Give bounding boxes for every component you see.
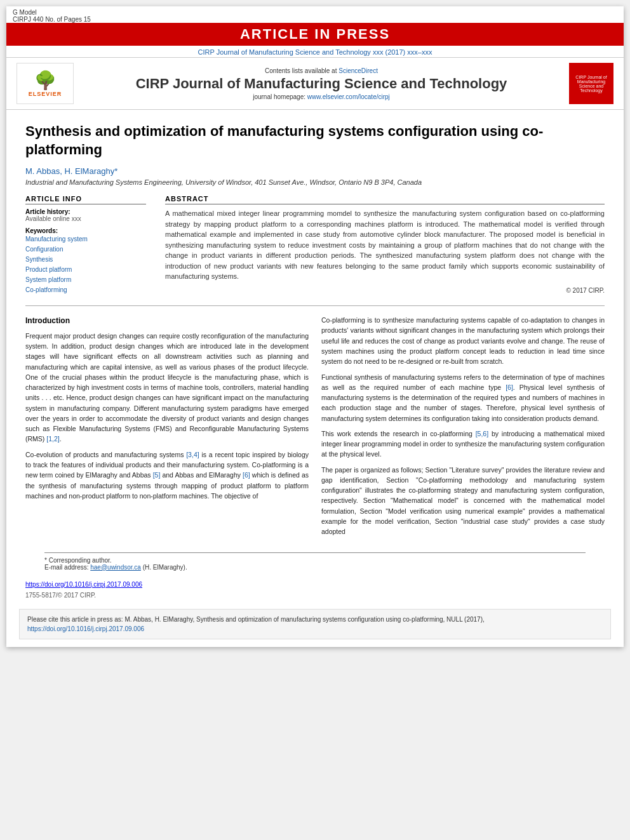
keywords-section: Keywords: Manufacturing system Configura… bbox=[25, 227, 146, 295]
article-info-abstract-section: ARTICLE INFO Article history: Available … bbox=[25, 195, 605, 295]
journal-homepage-line: journal homepage: www.elsevier.com/locat… bbox=[84, 93, 559, 100]
keyword-6: Co-platforming bbox=[25, 285, 146, 295]
keywords-header: Keywords: bbox=[25, 227, 146, 234]
citation-text: Please cite this article in press as: M.… bbox=[27, 616, 485, 623]
top-banner: G Model CIRPJ 440 No. of Pages 15 bbox=[6, 6, 624, 23]
doi-link[interactable]: https://doi.org/10.1016/j.cirpj.2017.09.… bbox=[25, 581, 142, 588]
right-column: Co-platforming is to synthesize manufact… bbox=[321, 315, 605, 542]
ref-6b-link[interactable]: [6] bbox=[506, 383, 513, 391]
cirpj-label: CIRPJ 440 No. of Pages 15 bbox=[13, 16, 91, 23]
journal-citation-text: CIRP Journal of Manufacturing Science an… bbox=[198, 48, 432, 56]
g-model-label: G Model bbox=[13, 9, 91, 16]
elsevier-logo: 🌳 ELSEVIER bbox=[17, 63, 74, 104]
right-paragraph-3: This work extends the research in co-pla… bbox=[321, 429, 605, 460]
citation-doi-link[interactable]: https://doi.org/10.1016/j.cirpj.2017.09.… bbox=[27, 625, 144, 632]
article-history-value: Available online xxx bbox=[25, 215, 146, 222]
intro-paragraph-2: Co-evolution of products and manufacturi… bbox=[25, 450, 309, 501]
keywords-list: Manufacturing system Configuration Synth… bbox=[25, 234, 146, 295]
copyright-line: © 2017 CIRP. bbox=[165, 287, 605, 294]
ref-3-4-link[interactable]: [3,4] bbox=[186, 451, 199, 458]
journal-title-main: CIRP Journal of Manufacturing Science an… bbox=[84, 76, 559, 92]
email-link[interactable]: hae@uwindsor.ca bbox=[90, 564, 141, 571]
sciencedirect-link[interactable]: ScienceDirect bbox=[338, 67, 378, 74]
intro-paragraph-1: Frequent major product design changes ca… bbox=[25, 331, 309, 444]
left-column: Introduction Frequent major product desi… bbox=[25, 315, 309, 542]
ref-5-link[interactable]: [5] bbox=[153, 471, 161, 479]
elsevier-tree-icon: 🌳 bbox=[34, 70, 57, 91]
article-body: Synthesis and optimization of manufactur… bbox=[6, 110, 624, 577]
article-info-header: ARTICLE INFO bbox=[25, 195, 146, 204]
main-content-columns: Introduction Frequent major product desi… bbox=[25, 315, 605, 542]
ref-1-2-link[interactable]: [1,2] bbox=[46, 435, 59, 443]
keyword-1: Manufacturing system bbox=[25, 234, 146, 244]
keyword-4: Product platform bbox=[25, 265, 146, 275]
issn-bar: 1755-5817/© 2017 CIRP. bbox=[6, 592, 624, 604]
introduction-title: Introduction bbox=[25, 315, 309, 327]
affiliation-line: Industrial and Manufacturing Systems Eng… bbox=[25, 178, 605, 186]
footnote-section: * Corresponding author. E-mail address: … bbox=[44, 552, 586, 571]
citation-footer: Please cite this article in press as: M.… bbox=[19, 609, 611, 639]
keyword-2: Configuration bbox=[25, 244, 146, 255]
journal-title-block: Contents lists available at ScienceDirec… bbox=[84, 67, 559, 100]
abstract-text: A mathematical mixed integer linear prog… bbox=[165, 208, 605, 282]
homepage-link[interactable]: www.elsevier.com/locate/cirpj bbox=[307, 93, 390, 100]
section-divider bbox=[25, 305, 605, 306]
corresponding-author-note: * Corresponding author. bbox=[44, 557, 586, 564]
journal-thumb-text: CIRP Journal ofManufacturingScience andT… bbox=[574, 74, 608, 94]
abstract-header: ABSTRACT bbox=[165, 195, 605, 204]
right-paragraph-1: Co-platforming is to synthesize manufact… bbox=[321, 315, 605, 366]
authors-line: M. Abbas, H. ElMaraghy* bbox=[25, 166, 605, 176]
ref-5-6-link[interactable]: [5,6] bbox=[476, 430, 488, 437]
article-title: Synthesis and optimization of manufactur… bbox=[25, 123, 605, 159]
keyword-3: Synthesis bbox=[25, 255, 146, 265]
elsevier-brand-label: ELSEVIER bbox=[29, 91, 62, 97]
abstract-column: ABSTRACT A mathematical mixed integer li… bbox=[165, 195, 605, 295]
ref-6-link[interactable]: [6] bbox=[243, 471, 250, 479]
contents-line: Contents lists available at ScienceDirec… bbox=[84, 67, 559, 74]
keyword-5: System platform bbox=[25, 275, 146, 285]
journal-thumbnail: CIRP Journal ofManufacturingScience andT… bbox=[569, 63, 613, 104]
article-history-label: Article history: bbox=[25, 208, 146, 215]
article-info-column: ARTICLE INFO Article history: Available … bbox=[25, 195, 146, 295]
right-paragraph-4: The paper is organized as follows; Secti… bbox=[321, 465, 605, 537]
article-in-press-banner: ARTICLE IN PRESS bbox=[6, 23, 624, 46]
journal-header: 🌳 ELSEVIER Contents lists available at S… bbox=[6, 57, 624, 110]
right-paragraph-2: Functional synthesis of manufacturing sy… bbox=[321, 372, 605, 423]
email-note: E-mail address: hae@uwindsor.ca (H. ElMa… bbox=[44, 564, 586, 571]
doi-bar: https://doi.org/10.1016/j.cirpj.2017.09.… bbox=[6, 577, 624, 592]
journal-citation-bar: CIRP Journal of Manufacturing Science an… bbox=[6, 46, 624, 57]
